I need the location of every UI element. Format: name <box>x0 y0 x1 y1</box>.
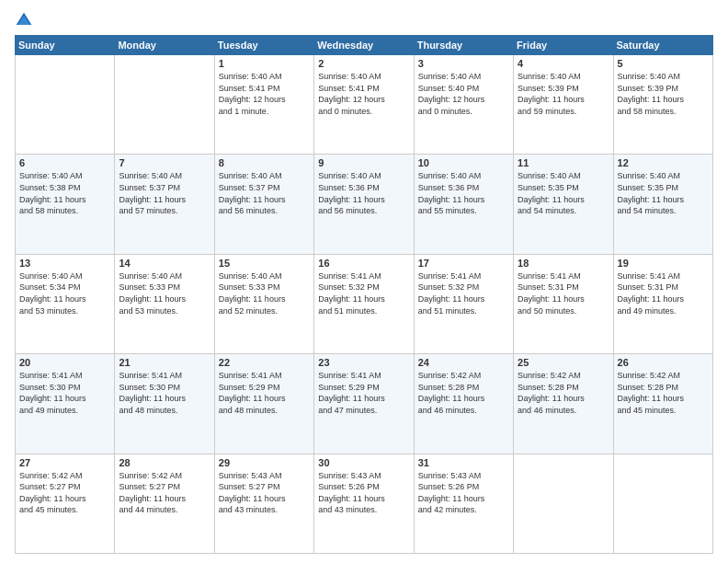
calendar-cell <box>115 55 214 155</box>
day-number: 8 <box>219 157 310 168</box>
day-info: Sunrise: 5:40 AM Sunset: 5:37 PM Dayligh… <box>119 170 210 216</box>
day-number: 26 <box>618 357 709 368</box>
calendar-cell: 5Sunrise: 5:40 AM Sunset: 5:39 PM Daylig… <box>613 55 712 155</box>
weekday-header: Tuesday <box>214 36 313 55</box>
calendar-week-row: 6Sunrise: 5:40 AM Sunset: 5:38 PM Daylig… <box>16 155 713 254</box>
calendar-header-row: SundayMondayTuesdayWednesdayThursdayFrid… <box>16 36 713 55</box>
calendar-cell: 17Sunrise: 5:41 AM Sunset: 5:32 PM Dayli… <box>414 254 513 353</box>
day-info: Sunrise: 5:40 AM Sunset: 5:35 PM Dayligh… <box>618 170 709 216</box>
day-number: 5 <box>618 58 709 69</box>
calendar-cell: 18Sunrise: 5:41 AM Sunset: 5:31 PM Dayli… <box>514 254 613 353</box>
calendar-cell <box>514 454 613 553</box>
calendar-week-row: 1Sunrise: 5:40 AM Sunset: 5:41 PM Daylig… <box>16 55 713 155</box>
day-number: 9 <box>318 157 409 168</box>
day-number: 17 <box>418 258 509 269</box>
day-info: Sunrise: 5:40 AM Sunset: 5:33 PM Dayligh… <box>119 270 210 316</box>
calendar-cell: 10Sunrise: 5:40 AM Sunset: 5:36 PM Dayli… <box>414 155 513 254</box>
day-info: Sunrise: 5:41 AM Sunset: 5:30 PM Dayligh… <box>19 370 110 416</box>
day-info: Sunrise: 5:40 AM Sunset: 5:41 PM Dayligh… <box>318 71 409 117</box>
calendar-cell: 7Sunrise: 5:40 AM Sunset: 5:37 PM Daylig… <box>115 155 214 254</box>
weekday-header: Monday <box>115 36 214 55</box>
calendar-cell: 22Sunrise: 5:41 AM Sunset: 5:29 PM Dayli… <box>214 354 313 454</box>
day-number: 12 <box>618 157 709 168</box>
day-number: 3 <box>418 58 509 69</box>
calendar-table: SundayMondayTuesdayWednesdayThursdayFrid… <box>15 35 713 554</box>
calendar-cell: 4Sunrise: 5:40 AM Sunset: 5:39 PM Daylig… <box>514 55 613 155</box>
day-number: 13 <box>19 258 110 269</box>
weekday-header: Friday <box>514 36 613 55</box>
day-number: 27 <box>19 457 110 468</box>
day-number: 15 <box>219 258 310 269</box>
day-info: Sunrise: 5:42 AM Sunset: 5:28 PM Dayligh… <box>618 370 709 416</box>
day-number: 22 <box>219 357 310 368</box>
calendar-week-row: 20Sunrise: 5:41 AM Sunset: 5:30 PM Dayli… <box>16 354 713 454</box>
day-info: Sunrise: 5:41 AM Sunset: 5:31 PM Dayligh… <box>518 270 609 316</box>
calendar-cell: 1Sunrise: 5:40 AM Sunset: 5:41 PM Daylig… <box>214 55 313 155</box>
day-info: Sunrise: 5:41 AM Sunset: 5:29 PM Dayligh… <box>219 370 310 416</box>
day-number: 16 <box>318 258 409 269</box>
calendar-cell: 20Sunrise: 5:41 AM Sunset: 5:30 PM Dayli… <box>16 354 115 454</box>
calendar-cell: 13Sunrise: 5:40 AM Sunset: 5:34 PM Dayli… <box>16 254 115 353</box>
day-info: Sunrise: 5:42 AM Sunset: 5:28 PM Dayligh… <box>418 370 509 416</box>
calendar-cell: 27Sunrise: 5:42 AM Sunset: 5:27 PM Dayli… <box>16 454 115 553</box>
day-info: Sunrise: 5:41 AM Sunset: 5:31 PM Dayligh… <box>618 270 709 316</box>
day-info: Sunrise: 5:41 AM Sunset: 5:32 PM Dayligh… <box>318 270 409 316</box>
calendar-cell: 3Sunrise: 5:40 AM Sunset: 5:40 PM Daylig… <box>414 55 513 155</box>
day-info: Sunrise: 5:42 AM Sunset: 5:28 PM Dayligh… <box>518 370 609 416</box>
day-number: 28 <box>119 457 210 468</box>
day-info: Sunrise: 5:40 AM Sunset: 5:39 PM Dayligh… <box>518 71 609 117</box>
day-info: Sunrise: 5:40 AM Sunset: 5:38 PM Dayligh… <box>19 170 110 216</box>
calendar-cell: 8Sunrise: 5:40 AM Sunset: 5:37 PM Daylig… <box>214 155 313 254</box>
day-number: 30 <box>318 457 409 468</box>
calendar-cell: 11Sunrise: 5:40 AM Sunset: 5:35 PM Dayli… <box>514 155 613 254</box>
calendar-cell: 2Sunrise: 5:40 AM Sunset: 5:41 PM Daylig… <box>314 55 414 155</box>
calendar-cell: 12Sunrise: 5:40 AM Sunset: 5:35 PM Dayli… <box>613 155 712 254</box>
day-info: Sunrise: 5:41 AM Sunset: 5:32 PM Dayligh… <box>418 270 509 316</box>
day-info: Sunrise: 5:40 AM Sunset: 5:39 PM Dayligh… <box>618 71 709 117</box>
page: SundayMondayTuesdayWednesdayThursdayFrid… <box>0 0 728 563</box>
day-info: Sunrise: 5:42 AM Sunset: 5:27 PM Dayligh… <box>19 470 110 516</box>
day-number: 10 <box>418 157 509 168</box>
day-info: Sunrise: 5:43 AM Sunset: 5:27 PM Dayligh… <box>219 470 310 516</box>
day-info: Sunrise: 5:40 AM Sunset: 5:36 PM Dayligh… <box>418 170 509 216</box>
calendar-cell: 30Sunrise: 5:43 AM Sunset: 5:26 PM Dayli… <box>314 454 414 553</box>
day-info: Sunrise: 5:43 AM Sunset: 5:26 PM Dayligh… <box>318 470 409 516</box>
calendar-cell: 21Sunrise: 5:41 AM Sunset: 5:30 PM Dayli… <box>115 354 214 454</box>
day-number: 2 <box>318 58 409 69</box>
weekday-header: Saturday <box>613 36 712 55</box>
day-number: 21 <box>119 357 210 368</box>
day-number: 4 <box>518 58 609 69</box>
weekday-header: Thursday <box>414 36 513 55</box>
day-number: 20 <box>19 357 110 368</box>
day-number: 11 <box>518 157 609 168</box>
day-info: Sunrise: 5:40 AM Sunset: 5:35 PM Dayligh… <box>518 170 609 216</box>
calendar-cell: 28Sunrise: 5:42 AM Sunset: 5:27 PM Dayli… <box>115 454 214 553</box>
day-info: Sunrise: 5:40 AM Sunset: 5:37 PM Dayligh… <box>219 170 310 216</box>
day-number: 23 <box>318 357 409 368</box>
day-info: Sunrise: 5:42 AM Sunset: 5:27 PM Dayligh… <box>119 470 210 516</box>
calendar-cell: 19Sunrise: 5:41 AM Sunset: 5:31 PM Dayli… <box>613 254 712 353</box>
calendar-cell: 9Sunrise: 5:40 AM Sunset: 5:36 PM Daylig… <box>314 155 414 254</box>
day-number: 29 <box>219 457 310 468</box>
logo-icon <box>15 11 33 29</box>
day-info: Sunrise: 5:40 AM Sunset: 5:33 PM Dayligh… <box>219 270 310 316</box>
day-number: 31 <box>418 457 509 468</box>
calendar-cell: 26Sunrise: 5:42 AM Sunset: 5:28 PM Dayli… <box>613 354 712 454</box>
day-info: Sunrise: 5:41 AM Sunset: 5:30 PM Dayligh… <box>119 370 210 416</box>
day-number: 7 <box>119 157 210 168</box>
calendar-cell <box>16 55 115 155</box>
calendar-cell: 15Sunrise: 5:40 AM Sunset: 5:33 PM Dayli… <box>214 254 313 353</box>
header <box>15 11 713 29</box>
day-number: 19 <box>618 258 709 269</box>
weekday-header: Sunday <box>16 36 115 55</box>
day-info: Sunrise: 5:40 AM Sunset: 5:40 PM Dayligh… <box>418 71 509 117</box>
calendar-cell: 24Sunrise: 5:42 AM Sunset: 5:28 PM Dayli… <box>414 354 513 454</box>
day-info: Sunrise: 5:43 AM Sunset: 5:26 PM Dayligh… <box>418 470 509 516</box>
calendar-cell: 25Sunrise: 5:42 AM Sunset: 5:28 PM Dayli… <box>514 354 613 454</box>
day-number: 25 <box>518 357 609 368</box>
calendar-week-row: 13Sunrise: 5:40 AM Sunset: 5:34 PM Dayli… <box>16 254 713 353</box>
calendar-cell: 31Sunrise: 5:43 AM Sunset: 5:26 PM Dayli… <box>414 454 513 553</box>
day-number: 24 <box>418 357 509 368</box>
day-info: Sunrise: 5:40 AM Sunset: 5:36 PM Dayligh… <box>318 170 409 216</box>
day-number: 6 <box>19 157 110 168</box>
